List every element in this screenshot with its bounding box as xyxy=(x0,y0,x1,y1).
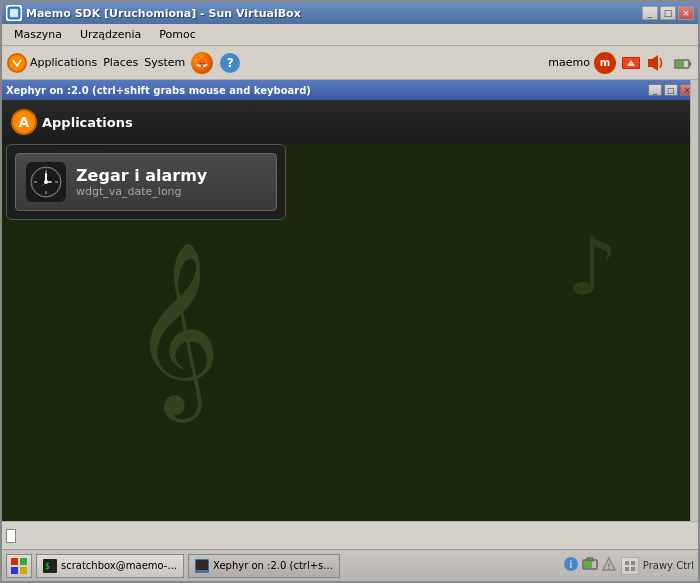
svg-rect-25 xyxy=(11,558,18,565)
status-input-indicator xyxy=(6,529,16,543)
applications-icon xyxy=(6,52,28,74)
svg-text:$: $ xyxy=(45,562,50,571)
toolbar-right: maemo m xyxy=(548,52,694,74)
places-label[interactable]: Places xyxy=(103,56,138,69)
svg-text:A: A xyxy=(19,114,30,130)
svg-rect-10 xyxy=(689,62,691,66)
applications-label[interactable]: Applications xyxy=(30,56,97,69)
xephyr-titlebar: Xephyr on :2.0 (ctrl+shift grabs mouse a… xyxy=(2,80,698,100)
vbox-icon xyxy=(6,5,22,21)
svg-point-3 xyxy=(9,55,25,71)
maemo-apps-button[interactable]: A Applications xyxy=(10,108,133,136)
vbox-titlebar: Maemo SDK [Uruchomiona] - Sun VirtualBox… xyxy=(2,2,698,24)
svg-rect-42 xyxy=(631,561,635,565)
clock-icon xyxy=(26,162,66,202)
taskbar-right: i xyxy=(563,556,694,575)
deco-note-right: ♪ xyxy=(567,220,618,313)
menu-pomoc[interactable]: Pomoc xyxy=(151,26,203,43)
app-popup-item-clock[interactable]: Zegar i alarmy wdgt_va_date_long xyxy=(15,153,277,211)
task1-label: scratchbox@maemo-... xyxy=(61,560,177,571)
svg-rect-26 xyxy=(20,558,27,565)
maemo-apps-label: Applications xyxy=(42,115,133,130)
maemo-desktop: A Applications xyxy=(2,100,698,521)
maemo-topbar: A Applications xyxy=(2,100,698,144)
maemo-logo: m xyxy=(594,52,616,74)
vbox-toolbar: Applications Places System 🦊 ? maemo m xyxy=(2,46,698,80)
help-icon[interactable]: ? xyxy=(219,52,241,74)
xephyr-title: Xephyr on :2.0 (ctrl+shift grabs mouse a… xyxy=(6,85,311,96)
app-popup-name: Zegar i alarmy xyxy=(76,166,207,185)
toolbar-apps-group[interactable]: Applications xyxy=(6,52,97,74)
vbox-menubar: Maszyna Urządzenia Pomoc xyxy=(2,24,698,46)
menu-maszyna[interactable]: Maszyna xyxy=(6,26,70,43)
volume-icon[interactable] xyxy=(646,52,668,74)
svg-rect-37 xyxy=(584,561,592,568)
svg-rect-27 xyxy=(11,567,18,574)
toolbar-places-group[interactable]: Places xyxy=(103,56,138,69)
taskbar-task-xephyr[interactable]: Xephyr on :2.0 (ctrl+s... xyxy=(188,554,340,578)
maemo-text: maemo xyxy=(548,56,590,69)
systray-icon-1[interactable]: i xyxy=(563,556,579,575)
battery-icon[interactable] xyxy=(672,52,694,74)
taskbar-task-scratchbox[interactable]: $ scratchbox@maemo-... xyxy=(36,554,184,578)
menu-urzadzenia[interactable]: Urządzenia xyxy=(72,26,149,43)
terminal-icon: $ xyxy=(43,559,57,573)
vm-statusbar xyxy=(2,521,698,549)
svg-rect-44 xyxy=(631,567,635,571)
svg-marker-8 xyxy=(652,55,658,71)
systray-icon-3[interactable] xyxy=(601,556,617,575)
xephyr-minimize[interactable]: _ xyxy=(648,84,662,96)
svg-rect-41 xyxy=(625,561,629,565)
maximize-button[interactable]: □ xyxy=(660,6,676,20)
prawy-ctrl-label: Prawy Ctrl xyxy=(643,560,694,571)
firefox-icon[interactable]: 🦊 xyxy=(191,52,213,74)
xephyr-maximize[interactable]: □ xyxy=(664,84,678,96)
app-popup-text: Zegar i alarmy wdgt_va_date_long xyxy=(76,166,207,198)
svg-point-24 xyxy=(44,180,48,184)
systray-icon-2[interactable] xyxy=(582,556,598,575)
task2-label: Xephyr on :2.0 (ctrl+s... xyxy=(213,560,333,571)
svg-rect-28 xyxy=(20,567,27,574)
vbox-title: Maemo SDK [Uruchomiona] - Sun VirtualBox xyxy=(26,7,301,20)
taskbar-start-button[interactable] xyxy=(6,554,32,578)
svg-rect-11 xyxy=(676,61,684,67)
deco-treble-left: 𝄞 xyxy=(132,240,221,417)
svg-rect-32 xyxy=(196,560,208,570)
svg-rect-7 xyxy=(648,59,652,67)
minimize-button[interactable]: _ xyxy=(642,6,658,20)
titlebar-left: Maemo SDK [Uruchomiona] - Sun VirtualBox xyxy=(6,5,301,21)
close-button[interactable]: × xyxy=(678,6,694,20)
network-icon[interactable] xyxy=(620,52,642,74)
taskbar: $ scratchbox@maemo-... Xephyr on :2.0 (c… xyxy=(2,549,698,581)
system-label[interactable]: System xyxy=(144,56,185,69)
scrollbar-right[interactable] xyxy=(690,80,698,521)
help-question-icon: ? xyxy=(220,53,240,73)
app-popup-subtitle: wdgt_va_date_long xyxy=(76,185,207,198)
vm-content: Xephyr on :2.0 (ctrl+shift grabs mouse a… xyxy=(2,80,698,521)
xephyr-task-icon xyxy=(195,559,209,573)
svg-text:i: i xyxy=(569,559,572,570)
xephyr-buttons: _ □ × xyxy=(648,84,694,96)
virtualbox-window: Maemo SDK [Uruchomiona] - Sun VirtualBox… xyxy=(0,0,700,583)
toolbar-system-group[interactable]: System xyxy=(144,56,185,69)
resize-grip[interactable] xyxy=(621,557,639,575)
app-popup[interactable]: Zegar i alarmy wdgt_va_date_long xyxy=(6,144,286,220)
svg-point-40 xyxy=(608,568,610,570)
systray: i xyxy=(563,556,617,575)
titlebar-buttons: _ □ × xyxy=(642,6,694,20)
xephyr-window: Xephyr on :2.0 (ctrl+shift grabs mouse a… xyxy=(2,80,698,521)
svg-rect-43 xyxy=(625,567,629,571)
svg-rect-1 xyxy=(10,9,18,17)
